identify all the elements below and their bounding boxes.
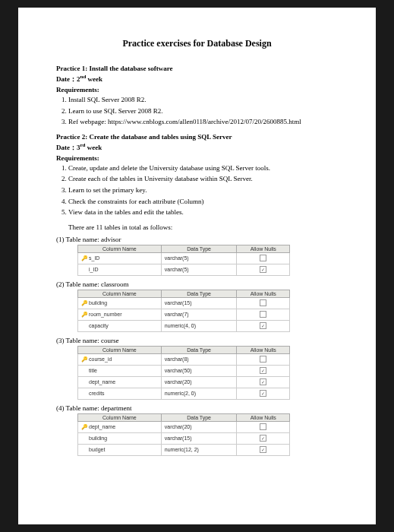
data-type-cell: varchar(15) bbox=[161, 297, 237, 309]
data-type-cell: varchar(5) bbox=[161, 252, 237, 264]
allow-nulls-cell: ✓ bbox=[237, 444, 290, 455]
allow-nulls-cell bbox=[237, 353, 290, 365]
column-name-cell: 🔑building bbox=[78, 297, 162, 309]
table-header-cell: Allow Nulls bbox=[237, 413, 290, 421]
data-type-cell: numeric(4, 0) bbox=[161, 320, 237, 331]
table-header-cell: Data Type bbox=[161, 245, 237, 252]
key-icon: 🔑 bbox=[81, 312, 87, 318]
table-label: (1) Table name: advisor bbox=[56, 236, 338, 243]
table-header-cell: Column Name bbox=[78, 413, 162, 421]
date-suffix: week bbox=[86, 144, 102, 151]
date-suffix: week bbox=[86, 75, 102, 83]
checkbox-icon bbox=[260, 255, 266, 261]
column-name-cell: title bbox=[78, 365, 162, 376]
data-type-cell: numeric(12, 2) bbox=[161, 444, 237, 455]
table-header-cell: Data Type bbox=[161, 413, 237, 421]
checkbox-icon: ✓ bbox=[260, 322, 266, 329]
table-row: budgetnumeric(12, 2)✓ bbox=[78, 444, 290, 455]
checkbox-icon bbox=[260, 311, 266, 318]
practice2-req-label: Requirements: bbox=[56, 154, 338, 162]
practice2-date: Date：3rd week bbox=[56, 142, 338, 153]
data-type-cell: varchar(7) bbox=[161, 309, 237, 320]
table-header-row: Column NameData TypeAllow Nulls bbox=[78, 290, 290, 297]
table-header-cell: Column Name bbox=[78, 346, 162, 353]
schema-table: Column NameData TypeAllow Nulls🔑course_i… bbox=[77, 346, 290, 400]
table-header-row: Column NameData TypeAllow Nulls bbox=[78, 346, 290, 353]
table-row: capacitynumeric(4, 0)✓ bbox=[78, 320, 290, 331]
allow-nulls-cell bbox=[237, 297, 290, 309]
column-name-cell: 🔑room_number bbox=[78, 309, 162, 320]
practice1-heading: Practice 1: Install the database softwar… bbox=[56, 65, 338, 72]
checkbox-icon bbox=[260, 423, 266, 430]
practice1-req-label: Requirements: bbox=[56, 86, 338, 93]
table-header-row: Column NameData TypeAllow Nulls bbox=[78, 413, 290, 421]
column-name-cell: budget bbox=[78, 444, 162, 455]
schema-table: Column NameData TypeAllow Nulls🔑building… bbox=[77, 290, 290, 332]
data-type-cell: numeric(2, 0) bbox=[161, 388, 237, 399]
column-name-cell: capacity bbox=[78, 320, 162, 331]
data-type-cell: varchar(8) bbox=[161, 353, 237, 365]
practice2-heading: Practice 2: Create the database and tabl… bbox=[56, 133, 338, 141]
checkbox-icon: ✓ bbox=[260, 446, 266, 453]
data-type-cell: varchar(15) bbox=[161, 432, 237, 444]
practice1-date: Date：2nd week bbox=[56, 74, 338, 84]
list-item: Learn to use SQL Server 2008 R2. bbox=[68, 106, 338, 116]
table-header-row: Column NameData TypeAllow Nulls bbox=[78, 245, 290, 252]
allow-nulls-cell bbox=[237, 421, 290, 432]
allow-nulls-cell bbox=[237, 309, 290, 320]
table-label: (2) Table name: classroom bbox=[56, 280, 338, 288]
checkbox-icon: ✓ bbox=[260, 266, 266, 273]
table-row: 🔑room_numbervarchar(7) bbox=[78, 309, 290, 320]
practice1-list: Install SQL Server 2008 R2.Learn to use … bbox=[56, 95, 338, 127]
tables-container: (1) Table name: advisorColumn NameData T… bbox=[56, 236, 338, 456]
checkbox-icon: ✓ bbox=[260, 367, 266, 374]
date-prefix: Date：2 bbox=[56, 75, 80, 83]
data-type-cell: varchar(50) bbox=[161, 365, 237, 376]
date-sup: rd bbox=[80, 142, 86, 148]
column-name-cell: credits bbox=[78, 388, 162, 399]
table-header-cell: Allow Nulls bbox=[237, 346, 290, 353]
column-name-cell: 🔑dept_name bbox=[78, 421, 162, 432]
checkbox-icon: ✓ bbox=[260, 390, 266, 397]
allow-nulls-cell: ✓ bbox=[237, 388, 290, 399]
table-header-cell: Allow Nulls bbox=[237, 245, 290, 252]
table-row: 🔑dept_namevarchar(20) bbox=[78, 421, 290, 432]
table-row: i_IDvarchar(5)✓ bbox=[78, 264, 290, 275]
data-type-cell: varchar(20) bbox=[161, 421, 237, 432]
allow-nulls-cell: ✓ bbox=[237, 376, 290, 388]
column-name-cell: dept_name bbox=[78, 376, 162, 388]
checkbox-icon: ✓ bbox=[260, 378, 266, 385]
schema-table: Column NameData TypeAllow Nulls🔑s_IDvarc… bbox=[77, 245, 290, 276]
table-header-cell: Column Name bbox=[78, 245, 162, 252]
table-header-cell: Data Type bbox=[161, 290, 237, 297]
data-type-cell: varchar(5) bbox=[161, 264, 237, 275]
list-item: Check the constraints for each attribute… bbox=[68, 197, 338, 207]
page-title: Practice exercises for Database Design bbox=[56, 38, 338, 49]
table-row: 🔑buildingvarchar(15) bbox=[78, 297, 290, 309]
table-row: 🔑course_idvarchar(8) bbox=[78, 353, 290, 365]
table-header-cell: Data Type bbox=[161, 346, 237, 353]
checkbox-icon bbox=[260, 299, 266, 306]
list-item: Install SQL Server 2008 R2. bbox=[68, 95, 338, 105]
allow-nulls-cell: ✓ bbox=[237, 365, 290, 376]
column-name-cell: 🔑course_id bbox=[78, 353, 162, 365]
allow-nulls-cell: ✓ bbox=[237, 320, 290, 331]
table-row: buildingvarchar(15)✓ bbox=[78, 432, 290, 444]
table-label: (3) Table name: course bbox=[56, 337, 338, 344]
schema-table: Column NameData TypeAllow Nulls🔑dept_nam… bbox=[77, 413, 290, 456]
list-item: Create, update and delete the University… bbox=[68, 163, 338, 173]
key-icon: 🔑 bbox=[81, 424, 87, 430]
list-item: Learn to set the primary key. bbox=[68, 185, 338, 195]
table-row: 🔑s_IDvarchar(5) bbox=[78, 252, 290, 264]
date-prefix: Date：3 bbox=[56, 144, 80, 151]
table-row: creditsnumeric(2, 0)✓ bbox=[78, 388, 290, 399]
list-item: Create each of the tables in University … bbox=[68, 174, 338, 184]
list-item: Ref webpage: https://www.cnblogs.com/all… bbox=[68, 117, 338, 127]
allow-nulls-cell: ✓ bbox=[237, 264, 290, 275]
table-label: (4) Table name: department bbox=[56, 404, 338, 412]
practice2-list: Create, update and delete the University… bbox=[56, 163, 338, 217]
table-header-cell: Allow Nulls bbox=[237, 290, 290, 297]
document-page: Practice exercises for Database Design P… bbox=[18, 8, 376, 524]
table-header-cell: Column Name bbox=[78, 290, 162, 297]
column-name-cell: building bbox=[78, 432, 162, 444]
